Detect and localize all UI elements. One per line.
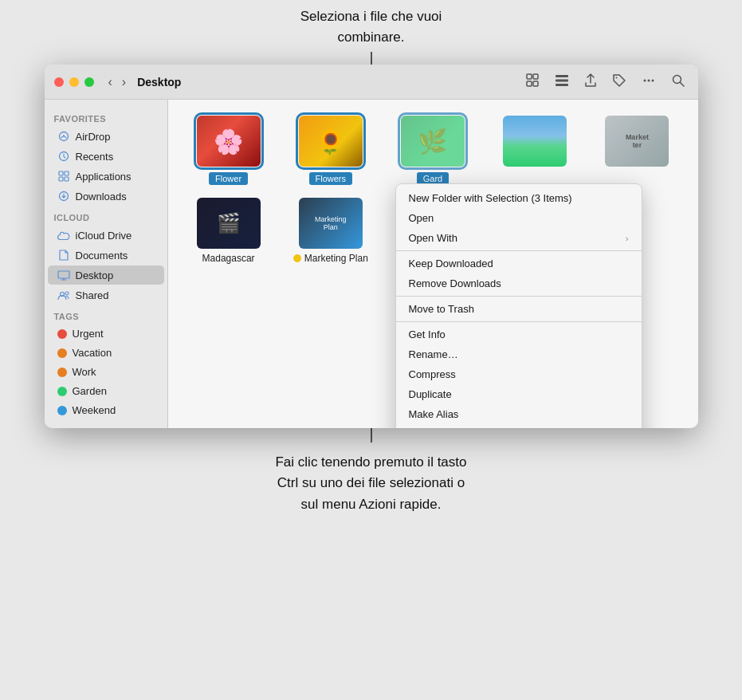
file-item-landscape[interactable] [490,116,579,185]
sidebar-item-urgent[interactable]: Urgent [48,324,164,343]
svg-rect-6 [556,84,568,86]
svg-point-10 [651,79,654,81]
grid-view-icon [526,73,540,88]
icloud-section-label: iCloud [45,206,167,225]
svg-rect-1 [533,74,538,79]
menu-remove-downloads[interactable]: Remove Downloads [396,273,642,293]
svg-rect-4 [556,75,568,77]
file-thumb-garden [401,116,465,167]
svg-rect-2 [527,81,532,86]
minimize-button[interactable] [69,77,79,87]
menu-get-info[interactable]: Get Info [396,324,642,344]
tags-section-label: Tags [45,305,167,324]
shared-icon [57,289,70,301]
file-item-marketing[interactable]: MarketingPlan Marketing Plan [286,198,375,264]
file-item-market[interactable]: Marketter [592,116,681,185]
sidebar-item-documents[interactable]: Documents [48,246,164,265]
sidebar-item-desktop[interactable]: Desktop [48,265,164,285]
sidebar-item-weekend[interactable]: Weekend [48,401,164,419]
file-thumb-landscape [503,116,567,167]
menu-move-trash[interactable]: Move to Trash [396,299,642,319]
back-button[interactable]: ‹ [105,73,116,91]
recents-icon [57,150,70,163]
file-thumb-madagascar [197,198,261,249]
file-name-madagascar: Madagascar [202,253,255,264]
svg-point-9 [647,79,650,81]
toolbar-right [523,72,689,92]
menu-compress[interactable]: Compress [396,364,642,384]
more-icon [641,73,657,88]
file-item-flowers[interactable]: Flowers [286,116,375,185]
recents-label: Recents [76,151,114,163]
svg-point-8 [643,79,646,81]
sidebar-item-applications[interactable]: Applications [48,167,164,186]
search-icon [671,73,685,88]
tag-icon [612,73,626,88]
svg-rect-18 [59,177,63,181]
sidebar-item-downloads[interactable]: Downloads [48,187,164,206]
marketing-tag-dot [293,254,301,262]
airdrop-label: AirDrop [76,131,111,143]
garden-dot [57,387,67,396]
forward-button[interactable]: › [119,73,129,91]
file-badge-flowers: Flowers [309,172,353,185]
work-dot [57,368,67,377]
svg-rect-3 [533,81,538,86]
search-button[interactable] [668,72,689,92]
weekend-dot [57,406,67,415]
top-annotation: Seleziona i file che vuoi combinare. [300,6,442,47]
sidebar-item-icloud-drive[interactable]: iCloud Drive [48,226,164,245]
window-title: Desktop [137,76,181,88]
file-thumb-flower [197,116,261,167]
shared-label: Shared [76,289,109,301]
svg-point-23 [65,292,69,295]
traffic-lights [54,77,94,87]
menu-open-with[interactable]: Open With › [396,228,642,248]
menu-rename[interactable]: Rename… [396,344,642,364]
sidebar-item-airdrop[interactable]: AirDrop [48,127,164,146]
downloads-label: Downloads [76,191,127,203]
file-thumb-market: Marketter [605,116,669,167]
finder-window: ‹ › Desktop [45,65,698,428]
share-button[interactable] [580,72,601,92]
file-thumb-flowers [299,116,363,167]
desktop-label: Desktop [76,269,114,281]
documents-icon [57,249,70,262]
menu-open[interactable]: Open [396,208,642,228]
svg-rect-16 [59,171,63,175]
garden-label: Garden [73,385,107,397]
icloud-drive-label: iCloud Drive [76,230,132,242]
list-view-button[interactable] [552,72,572,92]
menu-new-folder[interactable]: New Folder with Selection (3 Items) [396,188,642,208]
sidebar-item-shared[interactable]: Shared [48,285,164,305]
sidebar-item-recents[interactable]: Recents [48,147,164,166]
list-view-icon [555,73,569,88]
svg-rect-5 [556,79,568,81]
sidebar-item-garden[interactable]: Garden [48,382,164,400]
menu-keep-downloaded[interactable]: Keep Downloaded [396,254,642,273]
file-item-madagascar[interactable]: Madagascar [184,198,273,264]
svg-rect-17 [65,171,69,175]
tag-button[interactable] [609,72,630,92]
maximize-button[interactable] [84,77,94,87]
work-label: Work [73,366,96,378]
sidebar-item-work[interactable]: Work [48,363,164,381]
airdrop-icon [57,130,70,143]
weekend-label: Weekend [73,404,116,416]
more-button[interactable] [638,72,660,92]
sidebar-item-vacation[interactable]: Vacation [48,344,164,362]
menu-make-alias[interactable]: Make Alias [396,404,642,424]
applications-label: Applications [76,171,132,183]
file-badge-flower: Flower [209,172,248,185]
file-name-marketing: Marketing Plan [304,253,368,264]
menu-sep-1 [396,250,642,251]
grid-view-button[interactable] [523,72,544,92]
menu-quick-look[interactable]: Quick Look [396,424,642,428]
file-item-flower[interactable]: Flower [184,116,273,185]
file-item-garden[interactable]: Gard [388,116,477,185]
close-button[interactable] [54,77,64,87]
bottom-annotation: Fai clic tenendo premuto il tasto Ctrl s… [275,452,466,515]
svg-line-12 [680,82,684,86]
menu-duplicate[interactable]: Duplicate [396,384,642,404]
context-menu: New Folder with Selection (3 Items) Open… [395,183,642,428]
